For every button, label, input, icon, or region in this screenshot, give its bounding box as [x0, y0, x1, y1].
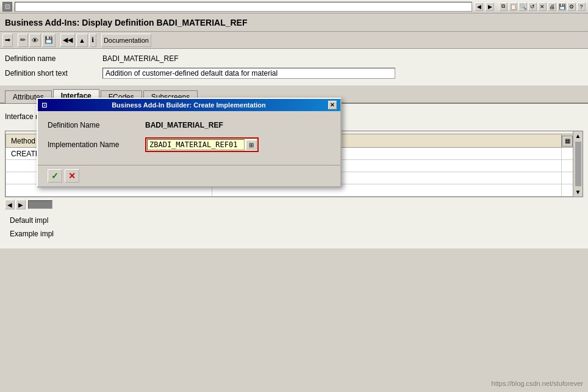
default-impl-row: Default impl — [10, 214, 578, 227]
forward-btn[interactable]: ▶ — [486, 2, 494, 11]
paste-btn[interactable]: 📋 — [509, 2, 517, 11]
save-btn[interactable]: 💾 — [558, 2, 566, 11]
dialog-content: Definition Name BADI_MATERIAL_REF Implem… — [38, 111, 340, 165]
dialog-search-btn[interactable]: ⊞ — [246, 140, 257, 150]
prev-btn[interactable]: ◀ — [5, 200, 15, 209]
default-impl-label: Default impl — [10, 216, 71, 225]
window-title-text: Business Add-Ins: Display Definition BAD… — [5, 18, 247, 27]
print-btn[interactable]: 🖨 — [548, 2, 556, 11]
implementation-name-input[interactable] — [147, 139, 245, 150]
scroll-nav: ◀ ▶ — [5, 197, 583, 212]
bottom-fields: Default impl Example impl — [5, 212, 583, 244]
checkmark-icon: ✓ — [51, 171, 59, 181]
dialog-footer: ✓ ✕ — [38, 165, 340, 186]
display-btn[interactable]: 👁 — [29, 34, 41, 47]
nav-forward-btn[interactable]: ➡ — [2, 34, 13, 47]
example-impl-label: Example impl — [10, 230, 71, 238]
xmark-icon: ✕ — [68, 171, 76, 181]
definition-short-text-value: Addition of customer-defined default dat… — [102, 68, 395, 79]
edit-btn[interactable]: ✏ — [18, 34, 28, 47]
copy-btn[interactable]: ⧉ — [499, 2, 507, 11]
up-tool-btn[interactable]: ▲ — [76, 34, 88, 47]
dialog-implementation-row: Implementation Name ⊞ — [48, 138, 331, 151]
app-icon: ⊡ — [2, 2, 12, 12]
example-impl-row: Example impl — [10, 228, 578, 240]
form-section: Definition name BADI_MATERIAL_REF Defini… — [0, 49, 588, 86]
scroll-track — [28, 200, 52, 209]
dialog-title-text: Business Add-In Builder: Create Implemen… — [112, 101, 266, 109]
dialog-cancel-btn[interactable]: ✕ — [65, 169, 79, 183]
help-btn[interactable]: ? — [577, 2, 586, 11]
window-title: Business Add-Ins: Display Definition BAD… — [0, 13, 588, 32]
back-btn[interactable]: ◀ — [475, 2, 483, 11]
main-toolbar: ➡ ✏ 👁 💾 ◀◀ ▲ ℹ Documentation — [0, 32, 588, 49]
find-btn[interactable]: 🔍 — [518, 2, 527, 11]
scroll-up-btn[interactable]: ▲ — [574, 131, 583, 140]
next-btn[interactable]: ▶ — [16, 200, 26, 209]
dialog-input-wrap: ⊞ — [145, 137, 259, 152]
refresh-btn[interactable]: ↺ — [528, 2, 537, 11]
definition-name-value: BADI_MATERIAL_REF — [102, 54, 178, 63]
definition-name-row: Definition name BADI_MATERIAL_REF — [5, 53, 583, 65]
dialog-definition-value: BADI_MATERIAL_REF — [145, 121, 223, 129]
documentation-btn[interactable]: Documentation — [101, 34, 151, 47]
table-scrollbar[interactable]: ▲ ▼ — [573, 131, 583, 197]
dialog-titlebar: ⊡ Business Add-In Builder: Create Implem… — [38, 99, 340, 111]
scroll-down-btn[interactable]: ▼ — [574, 187, 583, 197]
back-tool-btn[interactable]: ◀◀ — [60, 34, 75, 47]
dialog-implementation-label: Implementation Name — [48, 140, 145, 149]
definition-name-label: Definition name — [5, 54, 102, 63]
dialog-close-btn[interactable]: ✕ — [328, 101, 337, 109]
definition-short-text-label: Definition short text — [5, 69, 102, 78]
main-area: Definition name BADI_MATERIAL_REF Defini… — [0, 49, 588, 375]
dialog-title-icon: ⊡ — [41, 101, 47, 109]
create-implementation-dialog: ⊡ Business Add-In Builder: Create Implem… — [37, 98, 342, 187]
title-bar: ⊡ ◀ ▶ ⧉ 📋 🔍 ↺ ✕ 🖨 💾 ⚙ ? — [0, 0, 588, 13]
watermark: https://blog.csdn.net/stuforever — [492, 380, 583, 387]
scroll-thumb[interactable] — [575, 142, 581, 186]
toolbar-icons: ⧉ 📋 🔍 ↺ ✕ 🖨 💾 ⚙ ? — [499, 2, 586, 11]
settings-btn[interactable]: ⚙ — [567, 2, 576, 11]
info-btn[interactable]: ℹ — [89, 34, 96, 47]
dialog-definition-row: Definition Name BADI_MATERIAL_REF — [48, 118, 331, 132]
definition-short-text-row: Definition short text Addition of custom… — [5, 67, 583, 79]
save-tool-btn[interactable]: 💾 — [42, 34, 56, 47]
stop-btn[interactable]: ✕ — [538, 2, 547, 11]
dialog-definition-label: Definition Name — [48, 121, 145, 129]
dialog-ok-btn[interactable]: ✓ — [48, 169, 62, 183]
address-bar[interactable] — [15, 2, 472, 12]
